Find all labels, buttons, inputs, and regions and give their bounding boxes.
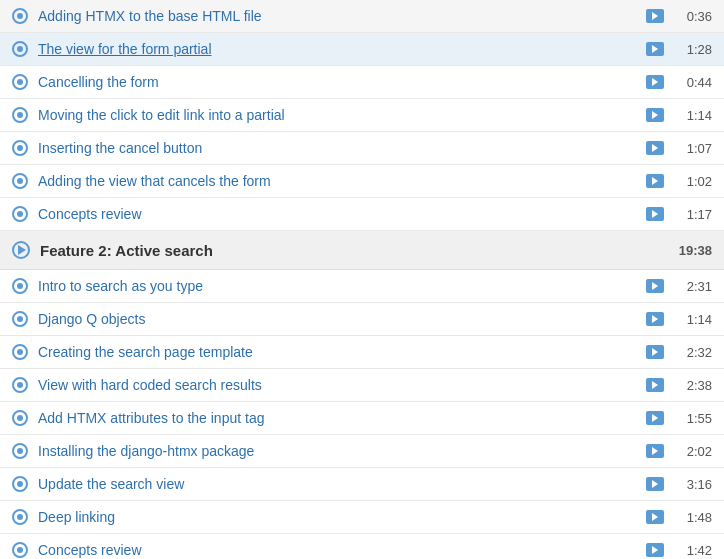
video-icon bbox=[646, 9, 664, 23]
video-icon bbox=[646, 108, 664, 122]
section-duration: 19:38 bbox=[672, 243, 712, 258]
lesson-duration: 1:14 bbox=[672, 108, 712, 123]
lesson-duration: 0:36 bbox=[672, 9, 712, 24]
bullet-icon bbox=[12, 476, 28, 492]
lesson-title: The view for the form partial bbox=[38, 41, 646, 57]
bullet-icon bbox=[12, 443, 28, 459]
lesson-title: Moving the click to edit link into a par… bbox=[38, 107, 646, 123]
lesson-title: Django Q objects bbox=[38, 311, 646, 327]
video-icon bbox=[646, 279, 664, 293]
bullet-icon bbox=[12, 278, 28, 294]
lesson-item[interactable]: Deep linking 1:48 bbox=[0, 501, 724, 534]
lesson-title: Concepts review bbox=[38, 542, 646, 558]
lesson-item[interactable]: Adding HTMX to the base HTML file 0:36 bbox=[0, 0, 724, 33]
lesson-duration: 1:48 bbox=[672, 510, 712, 525]
lesson-duration: 2:32 bbox=[672, 345, 712, 360]
bullet-icon bbox=[12, 542, 28, 558]
lesson-title: Creating the search page template bbox=[38, 344, 646, 360]
lesson-title: Installing the django-htmx package bbox=[38, 443, 646, 459]
section-header-2[interactable]: Feature 2: Active search 19:38 bbox=[0, 231, 724, 270]
bullet-icon bbox=[12, 206, 28, 222]
lesson-title: Concepts review bbox=[38, 206, 646, 222]
video-icon bbox=[646, 141, 664, 155]
bullet-icon bbox=[12, 173, 28, 189]
lesson-item[interactable]: Intro to search as you type 2:31 bbox=[0, 270, 724, 303]
lesson-duration: 1:07 bbox=[672, 141, 712, 156]
video-icon bbox=[646, 543, 664, 557]
video-icon bbox=[646, 312, 664, 326]
lesson-title: Cancelling the form bbox=[38, 74, 646, 90]
bullet-icon bbox=[12, 311, 28, 327]
lesson-item[interactable]: Installing the django-htmx package 2:02 bbox=[0, 435, 724, 468]
video-icon bbox=[646, 510, 664, 524]
lesson-duration: 1:55 bbox=[672, 411, 712, 426]
lesson-item[interactable]: Concepts review 1:17 bbox=[0, 198, 724, 231]
bullet-icon bbox=[12, 140, 28, 156]
lesson-title: Deep linking bbox=[38, 509, 646, 525]
lesson-item[interactable]: Cancelling the form 0:44 bbox=[0, 66, 724, 99]
video-icon bbox=[646, 345, 664, 359]
lesson-duration: 1:42 bbox=[672, 543, 712, 558]
lesson-title: Adding HTMX to the base HTML file bbox=[38, 8, 646, 24]
video-icon bbox=[646, 207, 664, 221]
video-icon bbox=[646, 75, 664, 89]
lesson-duration: 1:17 bbox=[672, 207, 712, 222]
lesson-title: Add HTMX attributes to the input tag bbox=[38, 410, 646, 426]
lesson-duration: 2:31 bbox=[672, 279, 712, 294]
lesson-title: Intro to search as you type bbox=[38, 278, 646, 294]
lesson-title: Inserting the cancel button bbox=[38, 140, 646, 156]
lesson-item[interactable]: Creating the search page template 2:32 bbox=[0, 336, 724, 369]
video-icon bbox=[646, 378, 664, 392]
bullet-icon bbox=[12, 509, 28, 525]
lesson-duration: 0:44 bbox=[672, 75, 712, 90]
lesson-duration: 1:02 bbox=[672, 174, 712, 189]
lesson-item[interactable]: The view for the form partial 1:28 bbox=[0, 33, 724, 66]
bullet-icon bbox=[12, 8, 28, 24]
video-icon bbox=[646, 444, 664, 458]
lesson-item[interactable]: Adding the view that cancels the form 1:… bbox=[0, 165, 724, 198]
lesson-item[interactable]: Add HTMX attributes to the input tag 1:5… bbox=[0, 402, 724, 435]
play-icon bbox=[12, 241, 30, 259]
lesson-item[interactable]: Django Q objects 1:14 bbox=[0, 303, 724, 336]
bullet-icon bbox=[12, 41, 28, 57]
section-title: Feature 2: Active search bbox=[40, 242, 672, 259]
lesson-duration: 2:02 bbox=[672, 444, 712, 459]
lesson-duration: 2:38 bbox=[672, 378, 712, 393]
bullet-icon bbox=[12, 377, 28, 393]
lesson-duration: 3:16 bbox=[672, 477, 712, 492]
video-icon bbox=[646, 477, 664, 491]
bullet-icon bbox=[12, 410, 28, 426]
lesson-duration: 1:14 bbox=[672, 312, 712, 327]
lesson-item[interactable]: Concepts review 1:42 bbox=[0, 534, 724, 559]
lesson-title: Adding the view that cancels the form bbox=[38, 173, 646, 189]
lesson-item[interactable]: View with hard coded search results 2:38 bbox=[0, 369, 724, 402]
video-icon bbox=[646, 411, 664, 425]
video-icon bbox=[646, 42, 664, 56]
lesson-item[interactable]: Inserting the cancel button 1:07 bbox=[0, 132, 724, 165]
bullet-icon bbox=[12, 74, 28, 90]
lesson-duration: 1:28 bbox=[672, 42, 712, 57]
lesson-title: Update the search view bbox=[38, 476, 646, 492]
video-icon bbox=[646, 174, 664, 188]
bullet-icon bbox=[12, 107, 28, 123]
lesson-title: View with hard coded search results bbox=[38, 377, 646, 393]
bullet-icon bbox=[12, 344, 28, 360]
lesson-item[interactable]: Moving the click to edit link into a par… bbox=[0, 99, 724, 132]
lesson-item[interactable]: Update the search view 3:16 bbox=[0, 468, 724, 501]
